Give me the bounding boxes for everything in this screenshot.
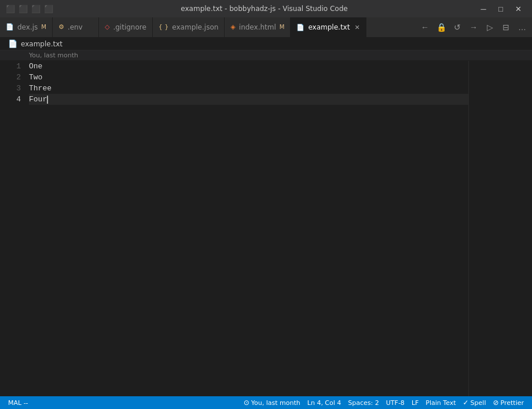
customize-layout-icon[interactable]: ⬛ (44, 5, 53, 13)
tab-icon-env: ⚙ (58, 23, 64, 31)
status-position[interactable]: Ln 4, Col 4 (304, 396, 345, 409)
prettier-icon: ⊘ (493, 399, 498, 407)
tab-close-example-txt[interactable]: ✕ (354, 24, 359, 31)
status-prettier-label: Prettier (501, 399, 524, 407)
breadcrumb: 📄 example.txt (0, 38, 532, 50)
status-spell[interactable]: ✓ Spell (460, 396, 490, 409)
tab-history-back[interactable]: ← (417, 20, 432, 35)
title-bar: ⬛ ⬛ ⬛ ⬛ example.txt - bobbyhadz-js - Vis… (0, 0, 532, 17)
tab-gitignore[interactable]: ◇ .gitignore (99, 17, 153, 37)
code-line-2: Two (29, 72, 468, 83)
tab-env[interactable]: ⚙ .env (53, 17, 99, 37)
tab-index-html[interactable]: ◈ index.html M (225, 17, 291, 37)
status-git-author-label: You, last month (251, 399, 300, 407)
status-encoding-label: UTF-8 (386, 399, 405, 407)
maximize-button[interactable]: □ (493, 1, 509, 17)
tab-actions: ← 🔒 ↺ → ▷ ⊟ … (415, 17, 532, 37)
text-cursor (47, 96, 48, 104)
status-prettier[interactable]: ⊘ Prettier (489, 396, 527, 409)
tab-label-example-json: example.json (172, 23, 218, 31)
window-title: example.txt - bobbyhadz-js - Visual Stud… (53, 5, 475, 13)
breadcrumb-filename[interactable]: example.txt (21, 40, 63, 48)
tab-dex-js[interactable]: 📄 dex.js M (0, 17, 53, 37)
code-area[interactable]: One Two Three Four (27, 61, 468, 407)
minimize-button[interactable]: ─ (475, 1, 491, 17)
line-num-1: 1 (16, 61, 21, 72)
tab-more[interactable]: … (515, 20, 530, 35)
tab-refresh[interactable]: ↺ (450, 20, 465, 35)
breadcrumb-file-icon: 📄 (8, 39, 17, 48)
spell-check-icon: ✓ (463, 399, 469, 407)
tab-forward[interactable]: → (466, 20, 481, 35)
tab-label-example-txt: example.txt (308, 23, 350, 31)
status-source-control-label: MAL -- (8, 399, 28, 407)
tab-bar: 📄 dex.js M ⚙ .env ◇ .gitignore { } examp… (0, 17, 532, 38)
status-eol[interactable]: LF (408, 396, 422, 409)
tab-label-env: .env (68, 23, 83, 31)
tab-label-gitignore: .gitignore (113, 23, 146, 31)
git-info-bar: You, last month (0, 50, 532, 61)
toggle-panel-icon[interactable]: ⬛ (19, 5, 28, 13)
tab-example-json[interactable]: { } example.json (153, 17, 225, 37)
minimap (468, 61, 532, 407)
status-eol-label: LF (412, 399, 419, 407)
status-spaces-label: Spaces: 2 (348, 399, 379, 407)
status-git-author[interactable]: ⊙ You, last month (240, 396, 304, 409)
tab-go-to-file[interactable]: 🔒 (434, 20, 449, 35)
status-language-label: Plain Text (425, 399, 456, 407)
code-line-3: Three (29, 83, 468, 94)
git-info-text: You, last month (29, 52, 78, 59)
tab-icon-index-html: ◈ (230, 23, 235, 31)
toggle-sidebar-icon[interactable]: ⬛ (6, 5, 15, 13)
tab-icon-example-txt: 📄 (296, 24, 304, 31)
toggle-layout-icon[interactable]: ⬛ (31, 5, 41, 13)
tab-example-txt[interactable]: 📄 example.txt ✕ (291, 17, 366, 37)
tab-icon-gitignore: ◇ (105, 23, 109, 31)
line-num-4: 4 (16, 94, 21, 105)
tab-label-dex-js: dex.js (17, 23, 38, 31)
status-bar: MAL -- ⊙ You, last month Ln 4, Col 4 Spa… (0, 396, 532, 409)
status-spell-label: Spell (471, 399, 486, 407)
git-author-icon: ⊙ (244, 399, 250, 407)
line-num-2: 2 (16, 72, 21, 83)
code-line-1: One (29, 61, 468, 72)
line-num-3: 3 (16, 83, 21, 94)
tab-play[interactable]: ▷ (482, 20, 497, 35)
status-encoding[interactable]: UTF-8 (383, 396, 408, 409)
close-button[interactable]: ✕ (510, 1, 526, 17)
status-position-label: Ln 4, Col 4 (307, 399, 342, 407)
editor-container[interactable]: 1 2 3 4 One Two Three Four (0, 61, 532, 407)
code-line-4: Four (29, 94, 468, 105)
tab-icon-example-json: { } (159, 23, 169, 31)
tab-label-index-html: index.html (239, 23, 276, 31)
line-numbers: 1 2 3 4 (0, 61, 27, 407)
title-bar-icons: ⬛ ⬛ ⬛ ⬛ (6, 5, 53, 13)
tab-modified-index-html: M (280, 24, 285, 30)
status-source-control[interactable]: MAL -- (5, 396, 32, 409)
tab-icon-dex-js: 📄 (6, 23, 14, 31)
status-language[interactable]: Plain Text (422, 396, 459, 409)
status-spaces[interactable]: Spaces: 2 (344, 396, 382, 409)
window-controls: ─ □ ✕ (475, 1, 526, 17)
tab-modified-dex-js: M (41, 24, 46, 30)
tab-split[interactable]: ⊟ (498, 20, 513, 35)
